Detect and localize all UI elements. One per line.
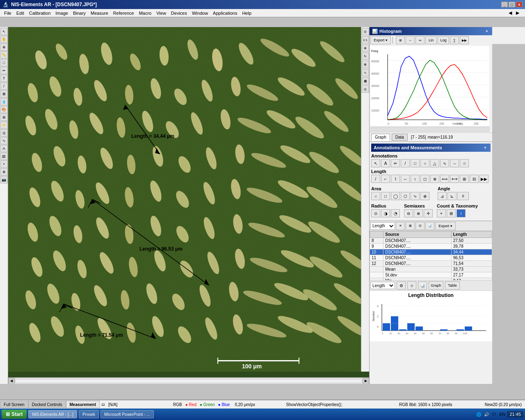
start-button[interactable]: ⊞ Start [2, 410, 27, 419]
semi-major-btn[interactable]: ⊖ [404, 209, 413, 217]
grid-tool[interactable]: ⊞ [0, 114, 8, 121]
table-btn[interactable]: Table [445, 281, 460, 290]
angle-right-btn[interactable]: ⊾ [447, 192, 457, 200]
image-area[interactable]: Length = 34.44 μm Length = 96.53 μm Leng [8, 27, 369, 384]
count-add-btn[interactable]: + [437, 209, 446, 217]
toolbar-arrow-right[interactable]: ▶ [514, 10, 521, 16]
area-auto-btn[interactable]: ⊕ [420, 192, 429, 200]
dist-settings-btn[interactable]: ⚙ [397, 281, 406, 290]
radius-half-btn[interactable]: ◑ [381, 209, 390, 217]
delete-all-btn[interactable]: ⊠ [406, 222, 415, 230]
line-tool[interactable]: / [0, 82, 8, 90]
length-more1-btn[interactable]: ⊞ [460, 175, 469, 183]
length-broken-btn[interactable]: ⌐ [381, 175, 390, 183]
dist-filter-btn[interactable]: ⊹ [407, 281, 416, 290]
menu-edit[interactable]: Edit [14, 10, 27, 16]
annotations-close-btn[interactable]: × [482, 145, 488, 151]
meas-export-btn[interactable]: Export ▾ [435, 222, 456, 230]
menu-help[interactable]: Help [240, 10, 254, 16]
profile-view-btn[interactable]: ∿ [362, 69, 369, 76]
count-grid-btn[interactable]: ⊞ [447, 209, 456, 217]
fullscreen-tab[interactable]: Full Screen [0, 401, 28, 408]
hist-tool1[interactable]: ⊞ [396, 36, 405, 44]
area-rect-btn[interactable]: □ [381, 192, 390, 200]
measurement-type-select[interactable]: Length [370, 222, 395, 230]
channel-btn[interactable]: ◎ [362, 85, 369, 93]
menu-reference[interactable]: Reference [111, 10, 137, 16]
close-btn[interactable]: × [516, 2, 523, 7]
area-spline-btn[interactable]: ∿ [411, 192, 420, 200]
hist-view-btn[interactable]: ▦ [362, 77, 369, 84]
length-vert-btn[interactable]: ↕ [411, 175, 420, 183]
length-more2-btn[interactable]: ⊟ [470, 175, 479, 183]
profile-tool[interactable]: ∿ [0, 137, 8, 144]
eyedrop-tool[interactable]: 💧 [0, 98, 8, 105]
dist-chart-btn[interactable]: 📊 [418, 281, 427, 290]
menu-macro[interactable]: Macro [137, 10, 154, 16]
minimize-btn[interactable]: _ [501, 2, 508, 7]
count-info-btn[interactable]: i [457, 209, 466, 217]
crop-tool[interactable]: ⊠ [0, 90, 8, 98]
table-row[interactable]: 8 DSCN9407.... 27,50 [370, 238, 492, 244]
line-anno-btn[interactable]: / [401, 159, 410, 167]
poly-anno-btn[interactable]: △ [430, 159, 439, 167]
scroll-right-btn[interactable]: ▶ [363, 378, 369, 384]
zoom-tool[interactable]: ⊕ [0, 43, 8, 51]
count-tool[interactable]: + [0, 160, 8, 168]
hist-export-btn[interactable]: Export ▾ [370, 36, 391, 44]
annotate-tool[interactable]: A [0, 145, 8, 152]
measure-tool[interactable]: 📏 [0, 51, 8, 59]
graph-tab[interactable]: Graph [371, 134, 390, 141]
table-row[interactable]: 12 DSCN9407.... 71,54 [370, 261, 492, 267]
chart-meas-btn[interactable]: 📊 [425, 222, 434, 230]
menu-devices[interactable]: Devices [169, 10, 189, 16]
data-tab[interactable]: Data [392, 134, 408, 141]
threshold-tool[interactable]: ▤ [0, 153, 8, 160]
length-diam-btn[interactable]: ⊕ [430, 175, 439, 183]
menu-file[interactable]: File [2, 10, 14, 16]
maximize-btn[interactable]: □ [509, 2, 515, 7]
hist-more-btn[interactable]: ▶▶ [460, 36, 469, 44]
docked-tab[interactable]: Docked Controls [28, 401, 66, 408]
length-vert2-btn[interactable]: ⟷ [450, 175, 459, 183]
histogram-scrollbar[interactable] [370, 127, 489, 132]
roi-tool[interactable]: □ [0, 59, 8, 66]
ellipse-anno-btn[interactable]: ○ [420, 159, 429, 167]
menu-measure[interactable]: Measure [88, 10, 111, 16]
taskbar-ppt-item[interactable]: Microsoft PowerPoint - ... [100, 410, 154, 418]
area-freehand-btn[interactable]: ◯ [391, 192, 400, 200]
scroll-track[interactable] [16, 379, 362, 383]
semi-cross-btn[interactable]: ✛ [424, 209, 433, 217]
length-export-btn[interactable]: ▶▶ [479, 175, 488, 183]
fit-meas-btn[interactable]: ⊡ [415, 222, 425, 230]
semi-minor-btn[interactable]: ⊕ [414, 209, 423, 217]
menu-image[interactable]: Image [53, 10, 71, 16]
table-row[interactable]: 9 DSCN9407.... 39,78 [370, 244, 492, 249]
histogram-close-btn[interactable]: × [484, 28, 490, 34]
1to1-btn[interactable]: 1:1 [362, 36, 369, 43]
select-tool[interactable]: ↖ [0, 28, 8, 35]
zoom-img-btn[interactable]: ⊕ [362, 44, 369, 52]
length-line-btn[interactable]: / [371, 175, 380, 183]
menu-applications[interactable]: Applications [210, 10, 240, 16]
select-anno-btn[interactable]: ↖ [371, 159, 380, 167]
taskbar-prosek-item[interactable]: Prosek [79, 410, 99, 418]
stamp-tool[interactable]: ⊕ [0, 168, 8, 176]
menu-binary[interactable]: Binary [71, 10, 88, 16]
text-tool[interactable]: T [0, 75, 8, 82]
hist-log-btn[interactable]: Log [438, 36, 449, 44]
arrow-anno-btn[interactable]: → [450, 159, 459, 167]
rotate-btn[interactable]: ↻ [362, 52, 369, 60]
angle-val-btn[interactable]: 0 [457, 192, 469, 200]
measurement-tab[interactable]: Measurement [66, 401, 100, 408]
length-poly-btn[interactable]: ⌇ [391, 175, 400, 183]
taskbar-nis-item[interactable]: NIS-Elements AR - [...] [28, 410, 77, 418]
window-controls[interactable]: _ □ × [501, 2, 523, 7]
graph-btn[interactable]: Graph [429, 281, 443, 290]
horizontal-scrollbar[interactable]: ◀ ▶ [8, 377, 369, 384]
table-row[interactable]: 11 DSCN9407.... 96,53 [370, 255, 492, 261]
text-anno-btn[interactable]: A [381, 159, 390, 167]
freehand-anno-btn[interactable]: ✏ [391, 159, 400, 167]
angle-left-btn[interactable]: ⊿ [438, 192, 447, 200]
delete-meas-btn[interactable]: ✕ [396, 222, 405, 230]
